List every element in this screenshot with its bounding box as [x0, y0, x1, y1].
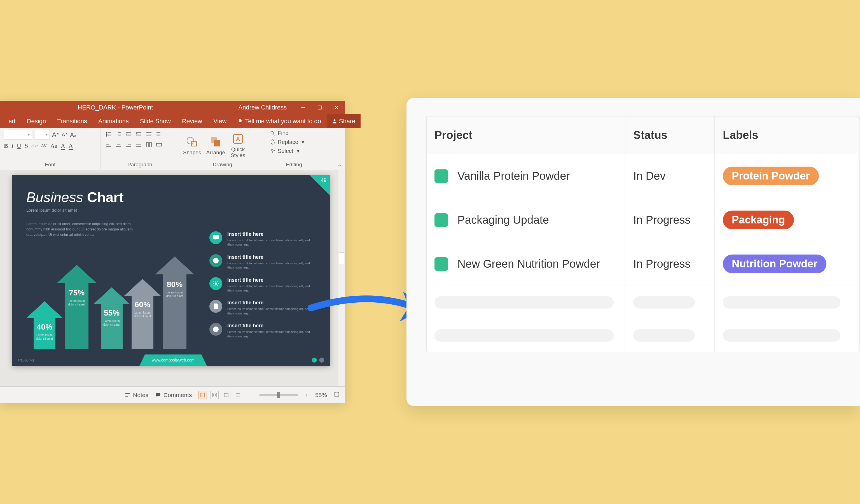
- placeholder: [633, 329, 695, 342]
- table-row[interactable]: Vanilla Protein Powder In Dev Protein Po…: [427, 154, 859, 198]
- line-spacing-icon[interactable]: [145, 130, 153, 138]
- text-direction-icon[interactable]: [155, 130, 163, 138]
- svg-point-5: [106, 132, 107, 133]
- tell-me-search[interactable]: Tell me what you want to do: [232, 114, 326, 128]
- status-cell: In Dev: [626, 154, 715, 198]
- zoom-in-button[interactable]: +: [305, 392, 309, 399]
- align-center-icon[interactable]: [115, 141, 123, 149]
- notes-button[interactable]: Notes: [125, 392, 148, 399]
- quick-styles-button[interactable]: A Quick Styles: [230, 132, 246, 158]
- slide-legend: Insert title hereLorem ipsum dolor sit a…: [210, 231, 316, 339]
- legend-item: Insert title hereLorem ipsum dolor sit a…: [210, 323, 316, 339]
- lightbulb-icon: [238, 119, 243, 124]
- legend-item: Insert title hereLorem ipsum dolor sit a…: [210, 231, 316, 247]
- close-button[interactable]: [328, 101, 345, 114]
- label-pill[interactable]: Nutrition Powder: [723, 255, 827, 273]
- project-name: New Green Nutrition Powder: [457, 258, 600, 270]
- status-square-icon: [434, 213, 448, 227]
- status-square-icon: [434, 257, 448, 271]
- legend-item: Insert title hereLorem ipsum dolor sit a…: [210, 300, 316, 316]
- slideshow-view-button[interactable]: [234, 391, 242, 399]
- font-color-button[interactable]: A: [61, 142, 65, 149]
- fit-to-window-button[interactable]: [334, 391, 340, 399]
- shapes-button[interactable]: Shapes: [183, 135, 201, 156]
- justify-icon[interactable]: [135, 141, 143, 149]
- svg-text:A: A: [236, 135, 240, 143]
- slide-canvas[interactable]: 49 Business Chart Lorem ipsum dolor sit …: [0, 170, 345, 386]
- comments-button[interactable]: Comments: [155, 392, 192, 399]
- tab-transitions[interactable]: Transitions: [52, 114, 93, 128]
- svg-point-48: [271, 131, 273, 134]
- sorter-view-button[interactable]: [210, 391, 219, 399]
- columns-icon[interactable]: [145, 141, 153, 149]
- increase-font-icon[interactable]: A▲: [52, 131, 60, 138]
- svg-point-54: [215, 283, 217, 285]
- arrange-button[interactable]: Arrange: [206, 135, 225, 156]
- tab-insert-partial[interactable]: ert: [3, 114, 21, 128]
- align-left-icon[interactable]: [105, 141, 113, 149]
- ribbon-tabs: ert Design Transitions Animations Slide …: [0, 114, 345, 128]
- tab-animations[interactable]: Animations: [93, 114, 134, 128]
- zoom-level[interactable]: 55%: [315, 392, 327, 399]
- svg-rect-65: [213, 395, 214, 397]
- smartart-icon[interactable]: [155, 141, 163, 149]
- char-spacing-button[interactable]: AV: [41, 143, 47, 148]
- search-icon: [270, 130, 275, 136]
- replace-icon: [270, 139, 275, 145]
- replace-button[interactable]: Replace▾: [270, 139, 304, 145]
- shadow-button[interactable]: abc: [31, 143, 38, 148]
- normal-view-button[interactable]: [199, 391, 207, 399]
- slide-title: Business Chart: [26, 189, 124, 205]
- italic-button[interactable]: I: [12, 142, 13, 149]
- tab-slide-show[interactable]: Slide Show: [134, 114, 176, 128]
- decrease-indent-icon[interactable]: [125, 130, 133, 138]
- table-row[interactable]: New Green Nutrition Powder In Progress N…: [427, 242, 859, 286]
- decrease-font-icon[interactable]: A▼: [62, 132, 68, 138]
- slide[interactable]: 49 Business Chart Lorem ipsum dolor sit …: [12, 175, 330, 366]
- font-size-picker[interactable]: [34, 130, 50, 140]
- tab-view[interactable]: View: [208, 114, 232, 128]
- increase-indent-icon[interactable]: [135, 130, 143, 138]
- label-pill[interactable]: Protein Powder: [723, 167, 819, 185]
- tab-review[interactable]: Review: [176, 114, 208, 128]
- table-header: Project Status Labels: [427, 116, 859, 154]
- maximize-button[interactable]: [311, 101, 328, 114]
- highlight-button[interactable]: A: [69, 142, 73, 149]
- reading-view-button[interactable]: [222, 391, 230, 399]
- clear-format-icon[interactable]: Aₓ: [70, 131, 76, 138]
- zoom-slider[interactable]: [259, 394, 298, 396]
- tab-design[interactable]: Design: [21, 114, 52, 128]
- header-project[interactable]: Project: [427, 116, 626, 154]
- ribbon-group-editing: Find Replace▾ Select▾ Editing: [266, 128, 322, 170]
- table-row[interactable]: Packaging Update In Progress Packaging: [427, 198, 859, 242]
- ribbon-collapse-button[interactable]: [337, 163, 343, 168]
- bold-button[interactable]: B: [4, 142, 8, 149]
- ribbon-group-drawing: Shapes Arrange A Quick Styles Drawing: [179, 128, 266, 170]
- share-button[interactable]: Share: [327, 114, 361, 128]
- svg-rect-64: [215, 393, 216, 394]
- minimize-button[interactable]: [295, 101, 311, 114]
- header-status[interactable]: Status: [626, 116, 715, 154]
- header-labels[interactable]: Labels: [715, 116, 859, 154]
- table-row-placeholder: [427, 319, 859, 352]
- align-right-icon[interactable]: [125, 141, 133, 149]
- label-pill[interactable]: Packaging: [723, 211, 794, 229]
- numbering-icon[interactable]: [115, 130, 123, 138]
- vertical-scrollbar[interactable]: [338, 170, 345, 386]
- svg-rect-67: [224, 393, 228, 397]
- svg-rect-41: [157, 143, 161, 146]
- ribbon-label-paragraph: Paragraph: [105, 160, 175, 169]
- change-case-button[interactable]: Aa: [50, 142, 57, 149]
- underline-button[interactable]: U: [17, 142, 21, 149]
- svg-point-42: [187, 137, 194, 144]
- person-icon: [332, 118, 337, 124]
- strikethrough-button[interactable]: S: [25, 142, 28, 149]
- title-bar: HERO_DARK - PowerPoint Andrew Childress: [0, 101, 345, 114]
- svg-rect-45: [214, 141, 220, 146]
- font-family-picker[interactable]: [4, 130, 32, 140]
- arrow-value-5: 80%: [155, 280, 194, 289]
- zoom-out-button[interactable]: −: [249, 392, 252, 399]
- select-button[interactable]: Select▾: [270, 147, 304, 154]
- bullets-icon[interactable]: [105, 130, 113, 138]
- find-button[interactable]: Find: [270, 130, 304, 136]
